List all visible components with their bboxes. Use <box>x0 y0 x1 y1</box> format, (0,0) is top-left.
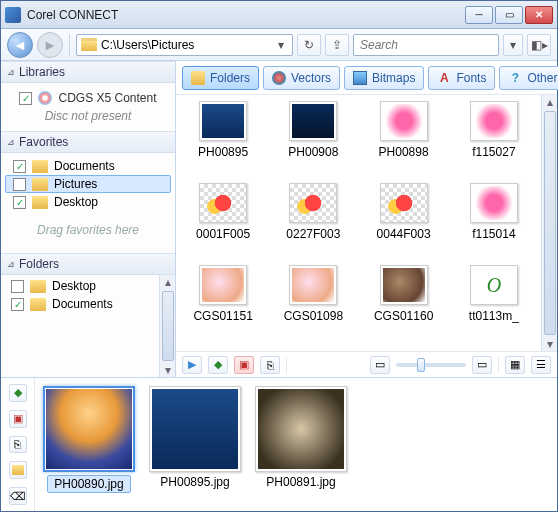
panel-toggle-button[interactable]: ◧▸ <box>527 34 551 56</box>
address-bar[interactable]: C:\Users\Pictures ▾ <box>76 34 293 56</box>
result-item[interactable]: PH00895 <box>178 101 268 183</box>
thumbnail-label: CGS01098 <box>284 309 343 323</box>
result-item[interactable]: Ott0113m_ <box>449 265 539 347</box>
zoom-in-button[interactable]: ▭ <box>472 356 492 374</box>
tray-item[interactable]: PH00890.jpg <box>43 386 135 493</box>
results-scrollbar[interactable]: ▴ ▾ <box>541 95 557 351</box>
collapse-icon: ⊿ <box>7 137 15 147</box>
thumbnail-label: f115014 <box>472 227 515 241</box>
tree-item[interactable]: Desktop <box>3 277 157 295</box>
filter-other-button[interactable]: ? Other <box>499 66 558 90</box>
tray-clear-button[interactable]: ⌫ <box>9 487 27 505</box>
thumbnail-label: tt0113m_ <box>469 309 519 323</box>
checkbox[interactable] <box>13 196 26 209</box>
search-input[interactable] <box>353 34 499 56</box>
scroll-thumb[interactable] <box>544 111 556 335</box>
filter-folders-button[interactable]: Folders <box>182 66 259 90</box>
folder-icon <box>30 298 46 311</box>
content-panel: Folders Vectors Bitmaps A Fonts ? Other <box>176 61 557 377</box>
thumbnail-label: 0227F003 <box>286 227 340 241</box>
result-item[interactable]: PH00908 <box>268 101 358 183</box>
results-grid-area: PH00895PH00908PH00898f1150270001F0050227… <box>176 95 557 351</box>
favorites-drop-hint: Drag favorites here <box>5 211 171 249</box>
tree-item[interactable]: Documents <box>3 295 157 313</box>
thumbnail-label: PH00895.jpg <box>160 475 229 489</box>
filter-label: Vectors <box>291 71 331 85</box>
result-item[interactable]: CGS01151 <box>178 265 268 347</box>
folders-scrollbar[interactable]: ▴ ▾ <box>159 275 175 377</box>
thumbnail <box>470 183 518 223</box>
checkbox[interactable] <box>11 280 24 293</box>
refresh-button[interactable]: ↻ <box>297 34 321 56</box>
thumbnail <box>380 265 428 305</box>
tray-open-button[interactable]: ⎘ <box>9 436 27 454</box>
sidebar-item-favorite[interactable]: Pictures <box>5 175 171 193</box>
library-item-label: CDGS X5 Content <box>58 91 156 105</box>
maximize-button[interactable]: ▭ <box>495 6 523 24</box>
favorites-header[interactable]: ⊿ Favorites <box>1 131 175 153</box>
tray-item[interactable]: PH00895.jpg <box>149 386 241 489</box>
collapse-icon: ⊿ <box>7 67 15 77</box>
tray-import-button[interactable]: ◆ <box>9 384 27 402</box>
folder-icon <box>32 196 48 209</box>
favorite-label: Documents <box>54 159 115 173</box>
titlebar: Corel CONNECT ─ ▭ ✕ <box>1 1 557 29</box>
sidebar-item-favorite[interactable]: Documents <box>5 157 171 175</box>
checkbox[interactable] <box>13 178 26 191</box>
up-button[interactable]: ⇪ <box>325 34 349 56</box>
thumbnail-label: PH00908 <box>288 145 338 159</box>
delete-button[interactable]: ▣ <box>234 356 254 374</box>
folders-tree: DesktopDocuments ▴ ▾ <box>1 275 175 377</box>
filter-fonts-button[interactable]: A Fonts <box>428 66 495 90</box>
filter-vectors-button[interactable]: Vectors <box>263 66 340 90</box>
scroll-thumb[interactable] <box>162 291 174 361</box>
result-item[interactable]: 0001F005 <box>178 183 268 265</box>
library-checkbox[interactable] <box>19 92 32 105</box>
scroll-up-icon[interactable]: ▴ <box>547 95 553 109</box>
result-item[interactable]: 0044F003 <box>359 183 449 265</box>
close-button[interactable]: ✕ <box>525 6 553 24</box>
tray-delete-button[interactable]: ▣ <box>9 410 27 428</box>
minimize-button[interactable]: ─ <box>465 6 493 24</box>
scroll-up-icon[interactable]: ▴ <box>165 275 171 289</box>
filter-toolbar: Folders Vectors Bitmaps A Fonts ? Other <box>176 61 557 95</box>
thumbnail <box>43 386 135 472</box>
zoom-out-button[interactable]: ▭ <box>370 356 390 374</box>
checkbox[interactable] <box>13 160 26 173</box>
thumbnail-label: 0044F003 <box>377 227 431 241</box>
tree-item-label: Desktop <box>52 279 96 293</box>
import-button[interactable]: ◆ <box>208 356 228 374</box>
thumbnail <box>199 265 247 305</box>
result-item[interactable]: 0227F003 <box>268 183 358 265</box>
tray-folder-button[interactable] <box>9 461 27 479</box>
search-dropdown[interactable]: ▾ <box>503 34 523 56</box>
result-item[interactable]: f115014 <box>449 183 539 265</box>
copy-button[interactable]: ⎘ <box>260 356 280 374</box>
tray-item[interactable]: PH00891.jpg <box>255 386 347 489</box>
thumbnail <box>289 265 337 305</box>
nav-forward-button[interactable]: ► <box>37 32 63 58</box>
zoom-slider[interactable] <box>396 363 467 367</box>
scroll-down-icon[interactable]: ▾ <box>547 337 553 351</box>
play-button[interactable]: ▶ <box>182 356 202 374</box>
favorites-label: Favorites <box>19 135 68 149</box>
filter-label: Other <box>527 71 557 85</box>
slider-thumb[interactable] <box>417 358 425 372</box>
result-item[interactable]: f115027 <box>449 101 539 183</box>
view-thumbnails-button[interactable]: ▦ <box>505 356 525 374</box>
tray-content[interactable]: PH00890.jpgPH00895.jpgPH00891.jpg <box>35 378 557 511</box>
result-item[interactable]: CGS01160 <box>359 265 449 347</box>
nav-back-button[interactable]: ◄ <box>7 32 33 58</box>
favorites-body: DocumentsPicturesDesktop Drag favorites … <box>1 153 175 253</box>
libraries-header[interactable]: ⊿ Libraries <box>1 61 175 83</box>
result-item[interactable]: PH00898 <box>359 101 449 183</box>
filter-bitmaps-button[interactable]: Bitmaps <box>344 66 424 90</box>
folders-header[interactable]: ⊿ Folders <box>1 253 175 275</box>
scroll-down-icon[interactable]: ▾ <box>165 363 171 377</box>
sidebar-item-favorite[interactable]: Desktop <box>5 193 171 211</box>
checkbox[interactable] <box>11 298 24 311</box>
result-item[interactable]: CGS01098 <box>268 265 358 347</box>
view-list-button[interactable]: ☰ <box>531 356 551 374</box>
address-dropdown[interactable]: ▾ <box>274 38 288 52</box>
favorite-label: Desktop <box>54 195 98 209</box>
